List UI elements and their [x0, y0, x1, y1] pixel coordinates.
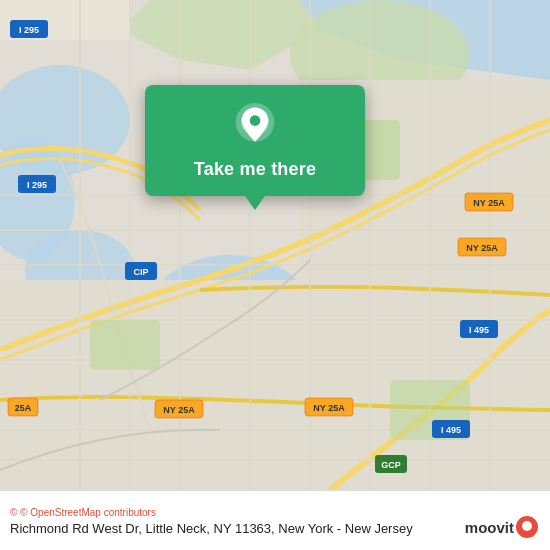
svg-text:I 495: I 495	[469, 325, 489, 335]
moovit-logo: moovit	[465, 516, 538, 538]
map-svg: I 295 I 295 NY 25A NY 25A NY 25A NY 25A …	[0, 0, 550, 490]
svg-text:CIP: CIP	[133, 267, 148, 277]
take-me-there-button[interactable]: Take me there	[186, 157, 324, 182]
svg-text:GCP: GCP	[381, 460, 401, 470]
copyright-symbol: ©	[10, 507, 17, 518]
moovit-logo-icon	[516, 516, 538, 538]
svg-point-56	[522, 521, 532, 531]
svg-point-54	[250, 115, 261, 126]
svg-text:NY 25A: NY 25A	[473, 198, 505, 208]
moovit-brand-text: moovit	[465, 519, 514, 536]
map-view: I 295 I 295 NY 25A NY 25A NY 25A NY 25A …	[0, 0, 550, 490]
svg-text:I 295: I 295	[27, 180, 47, 190]
destination-popup: Take me there	[145, 85, 365, 196]
svg-text:NY 25A: NY 25A	[163, 405, 195, 415]
attribution-text: © OpenStreetMap contributors	[20, 507, 156, 518]
map-attribution: © © OpenStreetMap contributors	[10, 507, 540, 518]
bottom-bar: © © OpenStreetMap contributors Richmond …	[0, 490, 550, 550]
svg-text:NY 25A: NY 25A	[466, 243, 498, 253]
location-pin-icon	[233, 103, 277, 147]
svg-text:25A: 25A	[15, 403, 32, 413]
address-text: Richmond Rd West Dr, Little Neck, NY 113…	[10, 521, 413, 536]
svg-text:NY 25A: NY 25A	[313, 403, 345, 413]
svg-rect-28	[90, 320, 160, 370]
svg-text:I 295: I 295	[19, 25, 39, 35]
svg-text:I 495: I 495	[441, 425, 461, 435]
